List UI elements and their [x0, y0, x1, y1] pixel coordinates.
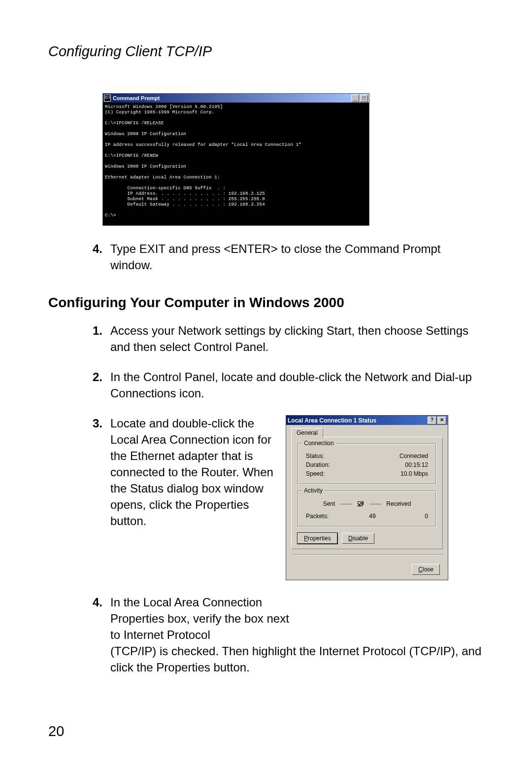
document-page: Configuring Client TCP/IP C:\ Command Pr…	[0, 0, 532, 774]
section-heading: Configuring Your Computer in Windows 200…	[48, 295, 484, 311]
separator	[291, 554, 443, 555]
step-number: 4.	[93, 241, 110, 273]
step-2: 2. In the Control Panel, locate and doub…	[93, 369, 484, 401]
step-4-text-full: (TCP/IP) is checked. Then highlight the …	[110, 643, 484, 675]
speed-label: Speed:	[306, 470, 325, 477]
network-activity-icon: 🖳	[357, 500, 365, 508]
dash-left: ——	[340, 500, 352, 507]
minimize-button[interactable]: _	[351, 95, 359, 102]
step-4-text-top: In the Local Area Connection Properties …	[110, 594, 298, 643]
disable-button[interactable]: Disable	[342, 533, 374, 544]
packets-sent-value: 49	[350, 513, 395, 520]
lan-status-panel: Connection Status: Connected Duration: 0…	[291, 437, 443, 549]
step-number: 2.	[93, 369, 110, 401]
speed-value: 10.0 Mbps	[400, 470, 428, 477]
packets-label: Packets:	[306, 513, 350, 520]
page-number: 20	[48, 723, 64, 739]
duration-label: Duration:	[306, 461, 330, 468]
step-text: Type EXIT and press <ENTER> to close the…	[110, 241, 484, 273]
command-prompt-titlebar: C:\ Command Prompt _ □	[103, 94, 369, 103]
received-label: Received	[386, 500, 411, 507]
dash-right: ——	[369, 500, 381, 507]
step-number: 1.	[93, 322, 110, 355]
step-1: 1. Access your Network settings by click…	[93, 322, 484, 355]
group-activity: Activity Sent —— 🖳 —— Received Packets: …	[298, 491, 436, 527]
lan-status-title: Local Area Connection 1 Status	[288, 417, 376, 424]
step-text: Access your Network settings by clicking…	[110, 322, 484, 355]
step-3: 3. Locate and double-click the Local Are…	[93, 415, 280, 529]
step-number: 4.	[93, 594, 110, 675]
group-connection-legend: Connection	[302, 440, 336, 447]
sent-label: Sent	[323, 500, 335, 507]
status-value: Connected	[399, 453, 428, 459]
command-prompt-sysmenu-icon: C:\	[104, 95, 111, 102]
step-3-row: 3. Locate and double-click the Local Are…	[93, 415, 484, 580]
close-button[interactable]: Close	[412, 564, 440, 575]
group-connection: Connection Status: Connected Duration: 0…	[298, 443, 436, 485]
command-prompt-window: C:\ Command Prompt _ □ Microsoft Windows…	[102, 93, 369, 226]
maximize-button[interactable]: □	[360, 95, 368, 102]
lan-status-titlebar: Local Area Connection 1 Status ? ✕	[286, 416, 448, 425]
step-4-bottom: 4. In the Local Area Connection Properti…	[93, 594, 484, 675]
status-label: Status:	[306, 453, 324, 459]
properties-button[interactable]: Properties	[298, 533, 337, 544]
group-activity-legend: Activity	[302, 487, 325, 494]
command-prompt-title: Command Prompt	[113, 95, 160, 101]
button-row: Properties Disable	[298, 533, 436, 544]
step-text: Locate and double-click the Local Area C…	[110, 415, 280, 529]
lan-status-dialog: Local Area Connection 1 Status ? ✕ Gener…	[286, 415, 448, 580]
step-text: In the Control Panel, locate and double-…	[110, 369, 484, 401]
help-button[interactable]: ?	[428, 417, 436, 424]
close-x-button[interactable]: ✕	[437, 417, 446, 424]
step-4-top: 4. Type EXIT and press <ENTER> to close …	[93, 241, 484, 273]
packets-received-value: 0	[395, 513, 428, 520]
step-number: 3.	[93, 415, 110, 529]
duration-value: 00:15:12	[405, 461, 428, 468]
lan-status-body: General Connection Status: Connected Dur…	[286, 425, 448, 564]
tab-general[interactable]: General	[291, 428, 323, 437]
page-header: Configuring Client TCP/IP	[48, 43, 484, 60]
command-prompt-output: Microsoft Windows 2000 [Version 5.00.219…	[103, 103, 369, 225]
